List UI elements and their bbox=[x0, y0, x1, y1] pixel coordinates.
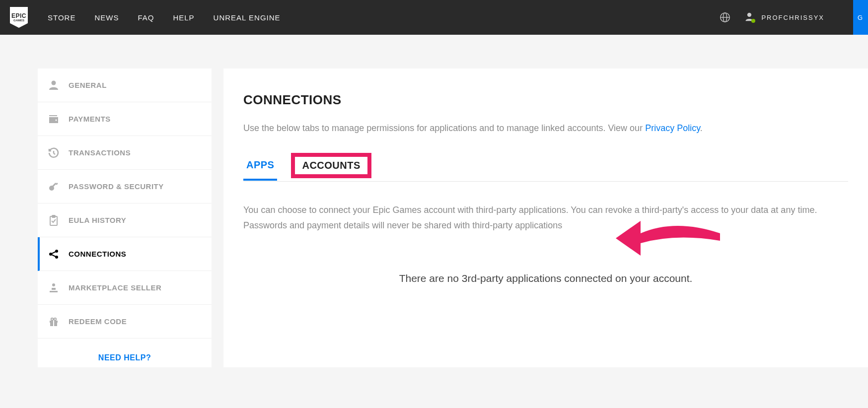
sidebar-item-eula[interactable]: EULA HISTORY bbox=[38, 204, 212, 237]
user-block[interactable]: PROFCHRISSYX bbox=[744, 12, 824, 23]
sidebar-item-label: GENERAL bbox=[69, 81, 107, 89]
sidebar-item-label: MARKETPLACE SELLER bbox=[69, 283, 161, 292]
empty-state-text: There are no 3rd-party applications conn… bbox=[243, 272, 848, 284]
epic-logo[interactable]: EPIC GAMES bbox=[10, 7, 28, 28]
nav-store[interactable]: STORE bbox=[48, 13, 75, 22]
sidebar-item-password[interactable]: PASSWORD & SECURITY bbox=[38, 170, 212, 204]
nav-help[interactable]: HELP bbox=[173, 13, 194, 22]
svg-rect-19 bbox=[50, 291, 58, 292]
svg-line-7 bbox=[54, 153, 55, 154]
nav-right: PROFCHRISSYX G bbox=[720, 0, 858, 35]
svg-rect-12 bbox=[52, 215, 55, 217]
share-icon bbox=[48, 248, 60, 260]
gift-icon bbox=[48, 316, 60, 328]
sidebar-item-payments[interactable]: PAYMENTS bbox=[38, 102, 212, 136]
sidebar-item-label: EULA HISTORY bbox=[69, 216, 126, 224]
wallet-icon bbox=[48, 113, 60, 125]
sidebar-item-label: REDEEM CODE bbox=[69, 317, 127, 326]
sidebar: GENERAL PAYMENTS TRANSACTIONS PASSWORD &… bbox=[38, 68, 212, 367]
nav-news[interactable]: NEWS bbox=[94, 13, 119, 22]
nav-faq[interactable]: FAQ bbox=[138, 13, 154, 22]
sidebar-item-general[interactable]: GENERAL bbox=[38, 68, 212, 102]
history-icon bbox=[48, 147, 60, 159]
need-help-link[interactable]: NEED HELP? bbox=[38, 339, 212, 367]
logo-text: EPIC bbox=[11, 13, 26, 19]
sidebar-item-label: PASSWORD & SECURITY bbox=[69, 182, 164, 191]
key-icon bbox=[48, 181, 60, 193]
sidebar-item-label: TRANSACTIONS bbox=[69, 148, 131, 157]
svg-rect-10 bbox=[56, 182, 58, 185]
sidebar-item-label: CONNECTIONS bbox=[69, 250, 126, 258]
svg-line-16 bbox=[52, 252, 56, 254]
tab-apps[interactable]: APPS bbox=[243, 153, 277, 181]
user-icon bbox=[744, 12, 754, 23]
sidebar-item-label: PAYMENTS bbox=[69, 115, 111, 123]
page-body: GENERAL PAYMENTS TRANSACTIONS PASSWORD &… bbox=[0, 35, 868, 367]
nav-links: STORE NEWS FAQ HELP UNREAL ENGINE bbox=[48, 13, 281, 22]
sidebar-item-connections[interactable]: CONNECTIONS bbox=[38, 237, 212, 271]
apps-description: You can choose to connect your Epic Game… bbox=[243, 203, 848, 233]
svg-point-3 bbox=[747, 13, 751, 17]
sidebar-item-redeem[interactable]: REDEEM CODE bbox=[38, 305, 212, 339]
tab-accounts[interactable]: ACCOUNTS bbox=[291, 153, 371, 178]
svg-line-17 bbox=[52, 255, 56, 257]
person-icon bbox=[48, 79, 60, 91]
username: PROFCHRISSYX bbox=[761, 14, 824, 21]
tabs: APPS ACCOUNTS bbox=[243, 152, 848, 182]
page-description: Use the below tabs to manage permissions… bbox=[243, 122, 848, 135]
sidebar-item-marketplace[interactable]: MARKETPLACE SELLER bbox=[38, 271, 212, 305]
svg-point-5 bbox=[56, 119, 57, 121]
svg-point-23 bbox=[51, 318, 53, 320]
globe-icon[interactable] bbox=[720, 12, 730, 23]
get-button[interactable]: G bbox=[853, 0, 868, 35]
sidebar-item-transactions[interactable]: TRANSACTIONS bbox=[38, 136, 212, 170]
main-panel: CONNECTIONS Use the below tabs to manage… bbox=[223, 68, 868, 367]
svg-rect-22 bbox=[53, 321, 54, 326]
logo-subtext: GAMES bbox=[13, 19, 24, 22]
privacy-policy-link[interactable]: Privacy Policy bbox=[645, 123, 700, 133]
svg-point-4 bbox=[52, 80, 56, 85]
svg-point-18 bbox=[52, 283, 55, 286]
page-title: CONNECTIONS bbox=[243, 92, 848, 108]
nav-unreal[interactable]: UNREAL ENGINE bbox=[214, 13, 281, 22]
seller-icon bbox=[48, 282, 60, 294]
svg-point-24 bbox=[54, 318, 56, 320]
top-nav: EPIC GAMES STORE NEWS FAQ HELP UNREAL EN… bbox=[0, 0, 868, 35]
clipboard-icon bbox=[48, 214, 60, 226]
